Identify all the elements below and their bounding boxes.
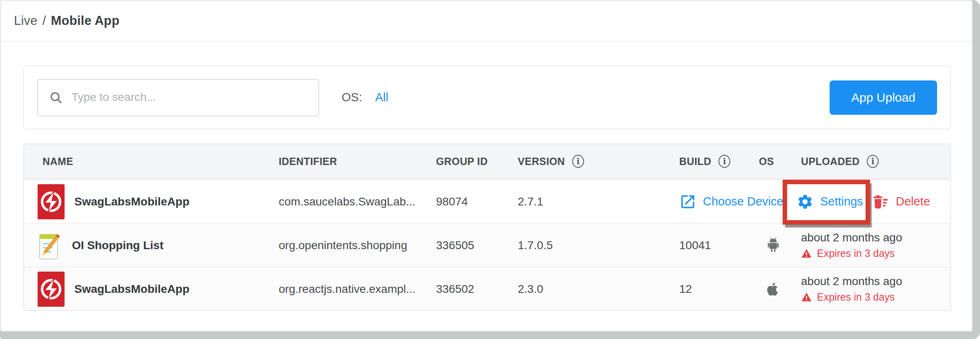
breadcrumb: Live / Mobile App: [1, 1, 972, 42]
table-row[interactable]: OI Shopping List org.openintents.shoppin…: [24, 223, 950, 267]
trash-icon: [870, 193, 889, 211]
uploaded-time: about 2 months ago: [801, 275, 950, 288]
search-box[interactable]: [37, 79, 319, 116]
settings-label: Settings: [820, 195, 863, 208]
col-header-version: VERSION: [518, 156, 565, 167]
app-identifier: com.saucelabs.SwagLab...: [279, 195, 436, 208]
build-info-icon[interactable]: i: [718, 155, 730, 168]
col-header-os: OS: [759, 156, 801, 167]
page-title: Mobile App: [51, 13, 120, 28]
search-icon: [49, 90, 63, 105]
gear-icon: [797, 193, 814, 210]
expires-label: Expires in 3 days: [817, 291, 895, 303]
app-upload-button[interactable]: App Upload: [830, 80, 937, 115]
col-header-build: BUILD: [679, 156, 711, 167]
toolbar: OS: All App Upload: [23, 65, 951, 129]
app-name: SwagLabsMobileApp: [74, 283, 190, 296]
uploaded-info-icon[interactable]: i: [867, 155, 879, 168]
apps-table: NAME IDENTIFIER GROUP ID VERSION i BUILD…: [23, 143, 951, 311]
app-group-id: 336505: [436, 239, 518, 252]
search-input[interactable]: [72, 83, 318, 112]
warning-icon: [801, 248, 812, 259]
app-identifier: org.reactjs.native.exampl...: [279, 283, 436, 296]
app-version: 1.7.0.5: [518, 239, 679, 252]
delete-label: Delete: [896, 195, 930, 208]
os-filter-value[interactable]: All: [375, 91, 388, 104]
choose-device-label: Choose Device: [703, 195, 783, 208]
app-name: SwagLabsMobileApp: [74, 195, 190, 208]
col-header-name: NAME: [24, 156, 279, 167]
breadcrumb-section[interactable]: Live: [14, 13, 38, 28]
version-info-icon[interactable]: i: [572, 155, 584, 168]
app-build: 12: [679, 283, 759, 296]
apple-os-icon: [764, 281, 781, 298]
app-version: 2.7.1: [518, 195, 679, 208]
col-header-uploaded: UPLOADED: [801, 156, 859, 167]
breadcrumb-separator: /: [43, 13, 46, 28]
expires-label: Expires in 3 days: [817, 248, 895, 259]
screenshot-frame: Live / Mobile App OS: All App Upload: [0, 0, 980, 339]
external-link-icon: [679, 193, 696, 210]
table-header-row: NAME IDENTIFIER GROUP ID VERSION i BUILD…: [24, 144, 950, 179]
warning-icon: [801, 292, 812, 303]
app-build: 10041: [679, 239, 759, 252]
choose-device-link[interactable]: Choose Device: [679, 193, 783, 210]
app-version: 2.3.0: [518, 283, 679, 296]
app-identifier: org.openintents.shopping: [279, 239, 436, 252]
os-filter: OS: All: [342, 91, 388, 104]
uploaded-time: about 2 months ago: [801, 231, 950, 244]
swaglabs-app-icon: [38, 184, 65, 219]
settings-link[interactable]: Settings: [797, 193, 863, 210]
table-row[interactable]: SwagLabsMobileApp org.reactjs.native.exa…: [24, 267, 950, 310]
swaglabs-app-icon: [38, 272, 65, 307]
app-window: Live / Mobile App OS: All App Upload: [0, 0, 973, 332]
col-header-identifier: IDENTIFIER: [279, 156, 436, 167]
app-group-id: 336502: [436, 283, 518, 296]
os-filter-label: OS:: [342, 91, 362, 104]
delete-link[interactable]: Delete: [870, 193, 930, 211]
table-row[interactable]: SwagLabsMobileApp com.saucelabs.SwagLab.…: [24, 179, 950, 223]
app-group-id: 98074: [436, 195, 518, 208]
android-os-icon: [764, 236, 783, 255]
app-name: OI Shopping List: [72, 239, 163, 252]
notepad-app-icon: [38, 230, 62, 261]
col-header-group-id: GROUP ID: [436, 156, 518, 167]
